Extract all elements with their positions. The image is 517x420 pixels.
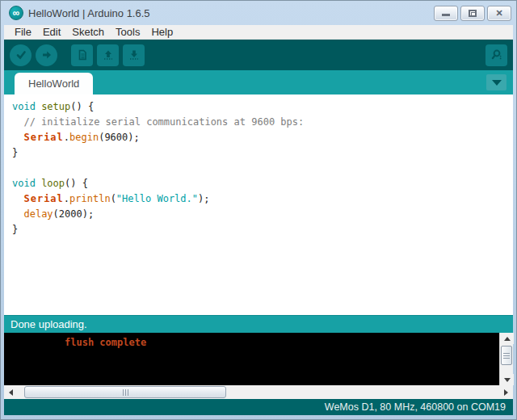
scroll-down-button[interactable] (500, 374, 514, 385)
code-line: void loop() { (12, 176, 513, 191)
close-icon: ✕ (495, 9, 502, 18)
console-output: flush complete (4, 333, 513, 349)
verify-button[interactable] (10, 44, 32, 66)
magnifier-icon (490, 48, 503, 62)
save-sketch-button[interactable] (123, 44, 145, 66)
window-title: HelloWorld | Arduino 1.6.5 (28, 7, 150, 19)
maximize-button[interactable] (460, 6, 485, 21)
tab-menu-button[interactable] (486, 74, 506, 90)
board-info-bar: WeMos D1, 80 MHz, 460800 on COM19 (4, 399, 513, 415)
thumb-grip (503, 355, 510, 356)
arrow-right-icon (40, 48, 53, 61)
status-bar: Done uploading. (4, 315, 513, 333)
triangle-right-icon (504, 389, 508, 396)
code-line: // initialize serial communications at 9… (12, 115, 513, 130)
console-panel: flush complete (4, 333, 513, 385)
code-line (12, 161, 513, 176)
menu-sketch[interactable]: Sketch (66, 25, 110, 40)
horizontal-scroll-thumb[interactable] (24, 386, 226, 398)
tab-bar: HelloWorld (4, 70, 513, 94)
board-info: WeMos D1, 80 MHz, 460800 on COM19 (325, 401, 506, 413)
code-line: } (12, 145, 513, 161)
menu-tools[interactable]: Tools (110, 25, 145, 40)
code-line: Serial.begin(9600); (12, 130, 513, 145)
minimize-icon (442, 14, 450, 16)
check-icon (15, 48, 27, 61)
horizontal-scrollbar[interactable] (4, 385, 513, 399)
arduino-ide-window: ∞ HelloWorld | Arduino 1.6.5 ✕ File Edit… (0, 0, 517, 420)
open-sketch-button[interactable] (97, 44, 119, 66)
thumb-grip (125, 389, 126, 396)
tab-helloworld[interactable]: HelloWorld (15, 73, 93, 94)
menu-edit[interactable]: Edit (37, 25, 66, 40)
triangle-down-icon (504, 378, 511, 382)
title-bar: ∞ HelloWorld | Arduino 1.6.5 ✕ (4, 1, 513, 25)
upload-button[interactable] (36, 44, 57, 66)
triangle-left-icon (9, 389, 13, 396)
close-button[interactable]: ✕ (487, 6, 511, 21)
menu-bar: File Edit Sketch Tools Help (4, 25, 513, 40)
console-line: flush complete (65, 337, 497, 349)
console-vertical-scrollbar[interactable] (499, 333, 513, 385)
arrow-up-icon (102, 48, 115, 61)
code-line: Serial.println("Hello World."); (12, 191, 513, 207)
new-sketch-button[interactable] (71, 44, 93, 66)
code-line: void setup() { (12, 99, 513, 115)
chevron-down-icon (492, 80, 502, 86)
vertical-scroll-thumb[interactable] (501, 346, 512, 365)
document-icon (76, 48, 89, 61)
code-line: } (12, 222, 513, 237)
code-area[interactable]: void setup() { // initialize serial comm… (4, 94, 513, 315)
minimize-button[interactable] (434, 6, 458, 21)
menu-file[interactable]: File (9, 25, 37, 40)
arrow-down-icon (128, 48, 141, 61)
triangle-up-icon (504, 337, 511, 341)
status-message: Done uploading. (11, 318, 87, 330)
serial-monitor-button[interactable] (485, 44, 507, 66)
menu-help[interactable]: Help (145, 25, 179, 40)
scroll-left-button[interactable] (4, 385, 17, 399)
maximize-icon (469, 10, 477, 17)
scroll-up-button[interactable] (500, 333, 514, 344)
window-controls: ✕ (431, 6, 511, 21)
arduino-logo-icon: ∞ (9, 6, 23, 20)
toolbar (4, 40, 513, 70)
code-line: delay(2000); (12, 207, 513, 222)
scroll-right-button[interactable] (499, 385, 512, 399)
